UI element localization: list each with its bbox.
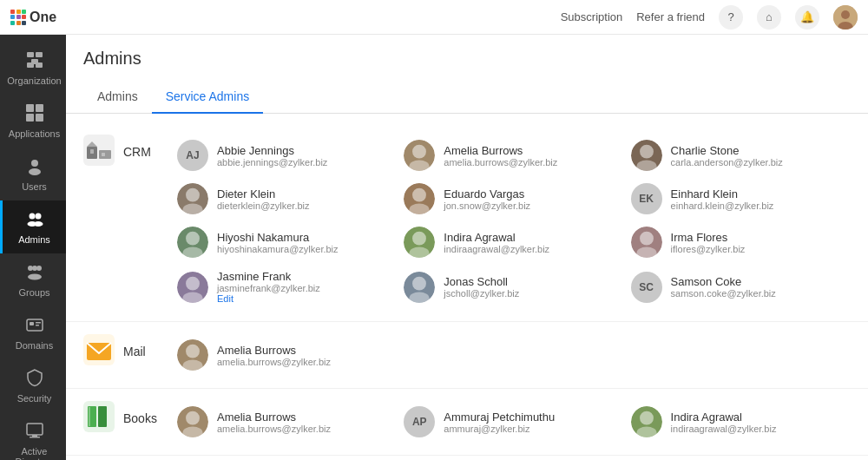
admin-email: ammuraj@zylker.biz [444,424,555,434]
security-icon [25,368,44,390]
admin-avatar: EK [631,183,662,214]
list-item: SC Samson Coke samson.coke@zylker.biz [624,265,851,309]
admins-icon [25,209,44,231]
topbar: One Subscription Refer a friend ? ⌂ 🔔 [0,0,868,35]
admin-name: Amelia Burrows [444,144,557,157]
notifications-button[interactable]: 🔔 [795,5,819,30]
svg-point-12 [31,160,38,167]
admin-avatar [404,140,435,171]
svg-rect-25 [36,325,39,326]
sidebar-item-security[interactable]: Security [0,359,66,412]
admins-grid-books: Amelia Burrows amelia.burrows@zylker.biz… [170,401,851,443]
admin-avatar [404,183,435,214]
svg-point-14 [29,214,35,220]
svg-rect-68 [98,406,107,427]
admin-name: Ammuraj Petchimuthu [444,411,555,424]
svg-point-20 [32,266,37,271]
tab-service-admins[interactable]: Service Admins [152,82,263,114]
sidebar-item-organization[interactable]: Organization [0,42,66,95]
svg-point-1 [841,10,850,19]
admin-avatar [631,140,662,171]
svg-point-44 [412,188,426,202]
admin-email: amelia.burrows@zylker.biz [444,157,557,168]
service-icon-mail [83,334,115,369]
sidebar-item-groups[interactable]: Groups [0,253,66,306]
svg-rect-6 [27,62,34,68]
admin-avatar [631,227,662,258]
activedirectory-icon [25,421,44,443]
service-icon-crm [83,135,115,169]
admin-email: abbie.jennings@zylker.biz [217,157,327,168]
list-item: Jasmine Frank jasminefrank@zylker.biz Ed… [170,265,397,309]
list-item: Jonas Scholl jscholl@zylker.biz [397,265,623,309]
svg-point-47 [186,232,200,246]
svg-rect-3 [27,52,34,57]
admin-avatar [404,227,435,258]
svg-rect-69 [89,407,90,426]
sidebar-item-admins[interactable]: Admins [0,200,66,253]
admin-name: Abbie Jennings [217,144,327,157]
svg-rect-27 [32,435,37,437]
admin-name: Amelia Burrows [217,411,331,424]
page-title[interactable]: Admins [83,49,141,69]
svg-point-17 [33,221,43,227]
sidebar-item-admins-label: Admins [18,234,50,245]
svg-point-21 [28,274,42,280]
admin-email: hiyoshinakamura@zylker.biz [217,244,339,254]
service-name-crm: CRM [123,145,151,159]
admin-name: Irma Flores [671,231,746,244]
admin-info: Ammuraj Petchimuthu ammuraj@zylker.biz [444,411,555,434]
list-item: Eduardo Vargas jon.snow@zylker.biz [397,178,623,220]
sidebar-item-applications-label: Applications [9,128,60,139]
logo-text: One [30,10,56,25]
sidebar: Organization Applications Users Admins G… [0,35,66,460]
sidebar-item-users[interactable]: Users [0,148,66,200]
tabs-bar: Admins Service Admins [83,82,851,113]
admin-email: indiraagrawal@zylker.biz [671,424,777,434]
home-button[interactable]: ⌂ [757,5,781,30]
list-item: AP Ammuraj Petchimuthu ammuraj@zylker.bi… [397,401,623,443]
admin-info: Einhard Klein einhard.klein@zylker.biz [671,187,774,211]
svg-point-35 [412,145,426,159]
tab-admins[interactable]: Admins [83,82,152,114]
service-icon-books [83,401,115,436]
service-icon-area-books: Books [83,401,170,436]
admin-avatar [177,183,208,214]
list-item: Amelia Burrows amelia.burrows@zylker.biz [397,135,623,176]
svg-rect-24 [36,322,41,324]
svg-rect-28 [30,437,40,438]
admin-avatar: SC [631,272,662,303]
svg-point-13 [29,168,41,175]
refer-link[interactable]: Refer a friend [636,10,705,23]
svg-point-59 [412,276,426,290]
subscription-link[interactable]: Subscription [561,10,623,23]
edit-link[interactable]: Edit [217,293,320,304]
service-section-desk: Desk Amelia Burrows amelia.burrows@zylke… [66,456,868,460]
admin-email: carla.anderson@zylker.biz [671,157,783,168]
list-item: Indira Agrawal indiraagrawal@zylker.biz [624,401,851,443]
service-section-books: Books Amelia Burrows amelia.burrows@zylk… [66,389,868,456]
sidebar-item-users-label: Users [22,181,47,192]
user-avatar[interactable] [833,5,858,30]
admin-avatar [177,227,208,258]
admin-avatar: AP [404,406,435,437]
list-item: Amelia Burrows amelia.burrows@zylker.biz [170,401,397,443]
sidebar-item-activedirectory[interactable]: Active Directory [0,412,66,460]
applications-icon [25,103,44,125]
help-button[interactable]: ? [719,5,743,30]
svg-point-74 [640,411,654,425]
organization-icon [25,50,44,72]
sidebar-item-applications[interactable]: Applications [0,95,66,148]
svg-rect-31 [90,149,94,154]
main-layout: Organization Applications Users Admins G… [0,35,868,460]
svg-point-41 [186,188,200,202]
admin-name: Samson Coke [671,275,776,288]
content-area: Admins Admins Service Admins [66,35,868,460]
service-name-mail: Mail [123,345,146,358]
sidebar-item-domains[interactable]: Domains [0,306,66,359]
admin-avatar: AJ [177,140,208,171]
admin-info: Irma Flores iflores@zylker.biz [671,231,746,254]
admin-email: samson.coke@zylker.biz [671,288,776,299]
list-item: Dieter Klein dieterklein@zylker.biz [170,178,397,220]
logo[interactable]: One [10,10,56,25]
